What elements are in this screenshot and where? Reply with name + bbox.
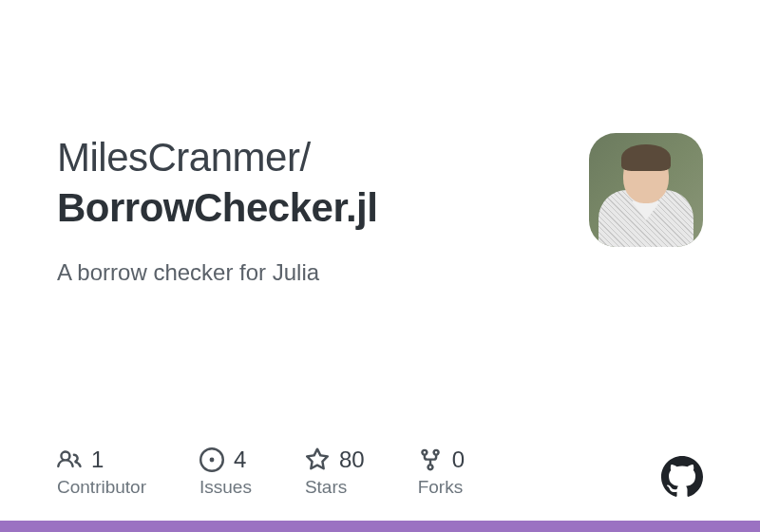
people-icon [57,447,82,472]
repo-title: MilesCranmer/ BorrowChecker.jl [57,133,589,233]
stat-count: 0 [452,446,465,473]
header-row: MilesCranmer/ BorrowChecker.jl A borrow … [57,133,703,286]
stat-count: 4 [234,446,246,473]
accent-bar [0,521,760,532]
repo-owner[interactable]: MilesCranmer [57,135,299,180]
stat-label: Contributor [57,477,146,498]
repo-name[interactable]: BorrowChecker.jl [57,185,377,230]
issue-icon [200,447,224,472]
stat-stars[interactable]: 80 Stars [305,446,365,498]
stats-row: 1 Contributor 4 Issues 80 [57,446,703,498]
stat-contributors[interactable]: 1 Contributor [57,446,146,498]
github-logo-icon[interactable] [661,456,703,498]
fork-icon [418,447,443,472]
stat-forks[interactable]: 0 Forks [418,446,465,498]
star-icon [305,447,330,472]
title-block: MilesCranmer/ BorrowChecker.jl A borrow … [57,133,589,286]
stat-issues[interactable]: 4 Issues [200,446,252,498]
stat-label: Forks [418,477,464,498]
avatar[interactable] [589,133,703,247]
stat-count: 80 [339,446,365,473]
avatar-image [589,133,703,247]
stats-list: 1 Contributor 4 Issues 80 [57,446,465,498]
repo-description: A borrow checker for Julia [57,259,589,286]
repo-separator: / [299,135,310,180]
stat-label: Issues [200,477,252,498]
stat-count: 1 [91,446,104,473]
stat-label: Stars [305,477,347,498]
